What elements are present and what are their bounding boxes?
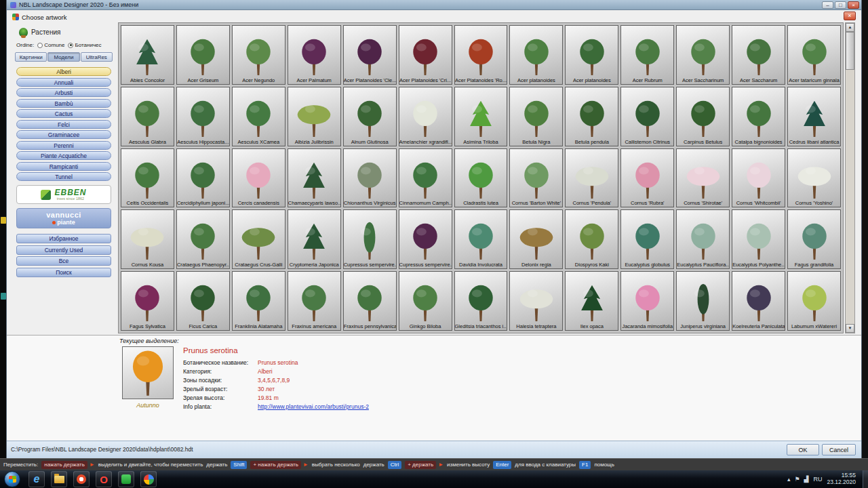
plant-cell[interactable]: Fraxinus pennsylvanica (343, 271, 397, 331)
category-felci[interactable]: Felci (16, 120, 111, 129)
plant-cell[interactable]: Delonix regia (509, 209, 563, 269)
tab-модели[interactable]: Модели (47, 52, 79, 62)
plant-cell[interactable]: Cornus 'Shirotae' (676, 148, 730, 208)
plant-cell[interactable]: Cornus 'Barton White' (509, 148, 563, 208)
ordine-option-ботаничес[interactable]: Ботаничес (68, 42, 101, 48)
plant-cell[interactable]: Aesculus XCamea (232, 87, 285, 146)
plant-cell[interactable]: Acer platanoides (565, 25, 618, 85)
plant-cell[interactable]: Amelanchier xgrandifl... (399, 87, 452, 146)
plant-cell[interactable]: Ginkgo Biloba (399, 271, 452, 331)
plant-cell[interactable]: Acer Saccharum (732, 25, 785, 85)
clock[interactable]: 15:55 23.12.2020 (827, 472, 856, 486)
plant-cell[interactable]: Diospyros Kaki (565, 209, 618, 269)
plant-cell[interactable]: Labumum xWatereri (787, 271, 841, 331)
plant-cell[interactable]: Cercis canadensis (232, 148, 285, 208)
plant-cell[interactable]: Acer Negundo (232, 25, 285, 85)
plant-cell[interactable]: Eucalyptus Polyanthe... (732, 209, 785, 269)
sidebar-button-все[interactable]: Все (16, 256, 111, 266)
plant-cell[interactable]: Cornus 'Yoshino' (787, 148, 841, 208)
plant-cell[interactable]: Alnum Glutinosa (343, 87, 397, 146)
category-rampicanti[interactable]: Rampicanti (16, 162, 111, 171)
plant-cell[interactable]: Abies Concolor (121, 25, 174, 85)
plant-cell[interactable]: Crataegus Crus-Galli (232, 209, 285, 269)
color-app-icon[interactable] (140, 471, 157, 487)
category-annuali[interactable]: Annuali (16, 78, 111, 87)
ordine-option-comune[interactable]: Comune (37, 42, 64, 48)
close-button[interactable]: × (848, 1, 859, 9)
info-planta-link[interactable]: http://www.plantevivai.com/arbusti/prunu… (258, 403, 369, 410)
category-tunnel[interactable]: Tunnel (16, 172, 111, 181)
plant-cell[interactable]: Catalpa bignonioides (732, 87, 785, 146)
plant-cell[interactable]: Gleditsia triacanthos i... (454, 271, 508, 331)
plant-cell[interactable]: Eucalyptus Pauciflora... (676, 209, 730, 269)
plant-cell[interactable]: Fagus Sylvatica (121, 271, 174, 331)
plant-cell[interactable]: Callistemon Citrinus (620, 87, 674, 146)
plant-cell[interactable]: Albizia Julibrissin (288, 87, 341, 146)
desktop-icon[interactable] (1, 293, 6, 300)
plant-cell[interactable]: Cladrastis lutea (454, 148, 508, 208)
hidden-icons-button[interactable]: ▴ (787, 476, 791, 483)
plant-cell[interactable]: Aesculus Glabra (121, 87, 174, 146)
language-indicator[interactable]: RU (813, 476, 822, 483)
plant-cell[interactable]: Acer platanoides (509, 25, 563, 85)
plant-cell[interactable]: Acer Griseum (176, 25, 230, 85)
sidebar-button-избранное[interactable]: Избранное (16, 234, 111, 243)
plant-cell[interactable]: Crataegus Phaenopyr... (176, 209, 230, 269)
plant-cell[interactable]: Ilex opaca (565, 271, 618, 331)
start-button[interactable] (4, 471, 20, 487)
plant-cell[interactable]: Cryptomeria Japonica (288, 209, 341, 269)
vannucci-button[interactable]: vannucci piante (16, 208, 111, 228)
plant-cell[interactable]: Betula Nigra (509, 87, 563, 146)
category-arbusti[interactable]: Arbusti (16, 88, 111, 97)
edge-browser-icon[interactable]: e (28, 471, 45, 487)
category-bamb[interactable]: Bambù (16, 99, 111, 108)
sidebar-button-поиск[interactable]: Поиск (16, 268, 111, 277)
tab-картинки[interactable]: Картинки (15, 52, 47, 62)
plant-cell[interactable]: Aesculus Hippocasta... (176, 87, 230, 146)
ebben-button[interactable]: EBBEN trees since 1862 (16, 185, 111, 204)
ok-button[interactable]: OK (787, 444, 819, 455)
minimize-button[interactable]: – (822, 1, 833, 9)
plant-cell[interactable]: Cornus 'Pendula' (565, 148, 618, 208)
plant-cell[interactable]: Davidia Involucrata (454, 209, 508, 269)
scrollbar-thumb[interactable] (846, 32, 854, 70)
plant-cell[interactable]: Franklinia Alatamaha (232, 271, 285, 331)
plant-cell[interactable]: Fraxinus americana (288, 271, 341, 331)
red-app-icon[interactable] (73, 471, 90, 487)
plant-cell[interactable]: Cornus Kousa (121, 209, 174, 269)
opera-icon[interactable]: O (96, 471, 112, 487)
plant-cell[interactable]: Carpinus Betulus (676, 87, 730, 146)
plant-cell[interactable]: Chionanthus Virginicus (343, 148, 397, 208)
plant-cell[interactable]: Acer Platanoides 'Cle... (343, 25, 397, 85)
green-app-icon[interactable] (118, 471, 134, 487)
category-alberi[interactable]: Alberi (16, 67, 111, 76)
network-icon[interactable]: ▟ (804, 476, 809, 483)
sidebar-button-currently-used[interactable]: Currently Used (16, 245, 111, 255)
plant-cell[interactable]: Koelreuteria Paniculata (732, 271, 785, 331)
plant-cell[interactable]: Cercidiphyllum japoni... (176, 148, 230, 208)
folder-icon[interactable] (51, 471, 67, 487)
plant-cell[interactable]: Acer Rubrum (620, 25, 674, 85)
action-center-icon[interactable]: ⚑ (794, 476, 800, 483)
window-titlebar[interactable]: NBL Landscape Designer 2020 - Без имени … (7, 0, 861, 10)
category-cactus[interactable]: Cactus (16, 109, 111, 118)
plant-cell[interactable]: Juniperus virginiana (676, 271, 730, 331)
plant-cell[interactable]: Acer tataricum ginnala (787, 25, 841, 85)
plant-cell[interactable]: Halesia tetraptera (509, 271, 563, 331)
plant-cell[interactable]: Cedrus libani atlantica (787, 87, 841, 146)
plant-cell[interactable]: Asimina Triloba (454, 87, 508, 146)
category-piante-acquatiche[interactable]: Piante Acquatiche (16, 151, 111, 160)
plant-cell[interactable]: Celtis Occidentalis (121, 148, 174, 208)
maximize-button[interactable]: □ (835, 1, 846, 9)
category-graminacee[interactable]: Graminacee (16, 130, 111, 139)
plant-cell[interactable]: Acer Saccharinum (676, 25, 730, 85)
plant-cell[interactable]: Acer Platanoides 'Ro... (454, 25, 508, 85)
plant-cell[interactable]: Cupressus sempervire... (343, 209, 397, 269)
plant-cell[interactable]: Acer Palmatum (288, 25, 341, 85)
plant-cell[interactable]: Cupressus sempervire... (399, 209, 452, 269)
plant-cell[interactable]: Betula pendula (565, 87, 618, 146)
plant-cell[interactable]: Fagus grandifolia (787, 209, 841, 269)
plant-cell[interactable]: Acer Platanoides 'Cri... (399, 25, 452, 85)
plant-cell[interactable]: Jacaranda mimosifolia (620, 271, 674, 331)
plant-cell[interactable]: Ficus Carica (176, 271, 230, 331)
